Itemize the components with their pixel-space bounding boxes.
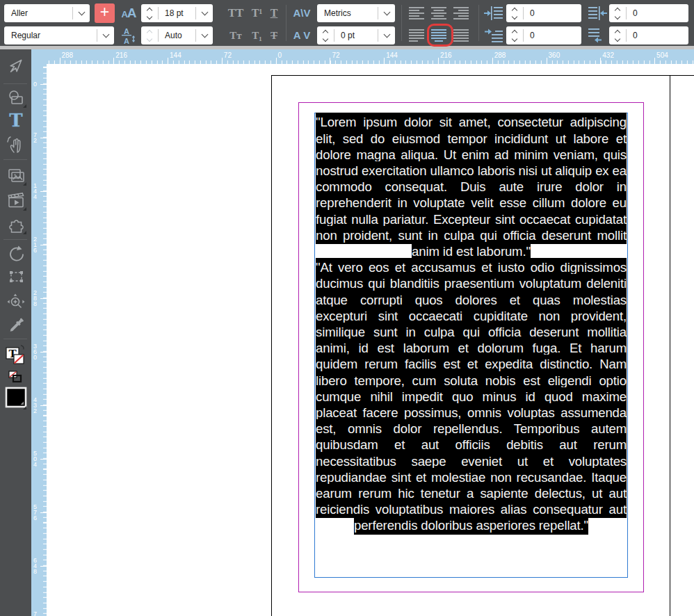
ruler-label: 4 3 2 [33,397,37,414]
tracking-stepper[interactable]: 0 pt [317,26,395,44]
ruler-major-tick [492,58,493,64]
horizontal-ruler[interactable]: 28821614472072144216288360432504 [31,49,694,64]
ruler-ticks [47,60,694,64]
chevron-down-icon[interactable] [195,29,213,42]
ruler-label: 2 8 8 [33,290,37,307]
paragraph[interactable]: "At vero eos et accusamus et iusto odio … [316,259,627,533]
right-indent-value: 0 [627,8,688,18]
ruler-label: 5 7 6 [33,504,37,521]
selected-text[interactable]: "At vero eos et accusamus et iusto odio … [316,258,627,534]
ruler-label: 216 [115,51,127,59]
underline-button[interactable]: T [266,4,282,22]
align-right-button[interactable] [452,4,471,22]
add-font-button[interactable]: + [95,3,115,23]
vertical-ruler[interactable]: 07 21 4 42 1 62 8 83 6 04 3 25 0 45 7 66… [31,49,47,616]
stepper-arrows-icon[interactable] [506,7,524,19]
frame-text[interactable]: "Lorem ipsum dolor sit amet, consectetur… [316,114,627,533]
stepper-arrows-icon[interactable] [609,7,627,19]
palette-separator [3,159,27,160]
publishing-app-window: { "toolbar": { "font_family": "Aller", "… [0,0,694,616]
justify-last-left-button[interactable] [407,26,427,44]
font-style-select[interactable]: Regular [4,26,114,44]
superscript-button[interactable]: T¹ [248,4,266,22]
first-line-indent-stepper[interactable]: 0 [506,26,581,44]
left-indent-stepper[interactable]: 0 [506,4,581,22]
media-tool-button[interactable] [0,190,31,212]
select-tool-button[interactable] [0,55,31,77]
plugin-tool-button[interactable] [0,213,31,236]
document-canvas[interactable]: "Lorem ipsum dolor sit amet, consectetur… [47,64,694,616]
ruler-major-tick [40,298,47,299]
paragraph[interactable]: "Lorem ipsum dolor sit amet, consectetur… [316,114,627,259]
stepper-arrows-icon[interactable] [506,29,524,42]
kerning-mode-value: Metrics [317,8,378,18]
ruler-major-tick [40,512,47,513]
tracking-icon: A V [289,26,314,44]
ruler-label: 7 2 [33,132,37,143]
chevron-down-icon[interactable] [195,7,213,19]
ruler-major-tick [113,58,114,64]
strikethrough-button[interactable]: T [266,26,282,44]
shape-tool-button[interactable] [0,87,31,109]
toolbar-separator [286,5,287,41]
ruler-label: 6 4 8 [33,558,37,574]
eyedropper-tool-button[interactable] [0,315,31,337]
ruler-label: 360 [549,51,560,59]
text-color-indicator[interactable]: T [0,344,31,366]
font-family-select[interactable]: Aller [4,4,90,22]
ruler-major-tick [40,191,47,192]
ruler-major-tick [438,58,439,64]
toolbar-separator [401,5,402,41]
ruler-major-tick [654,58,655,64]
last-line-indent-icon [588,27,607,44]
ruler-major-tick [600,58,601,64]
transform-tool-button[interactable] [0,265,31,287]
clapperboard-icon [6,191,26,211]
svg-text:T: T [9,110,23,131]
ruler-label: 72 [332,51,339,59]
hand-tool-button[interactable] [0,133,31,155]
ruler-major-tick [40,459,47,460]
chevron-down-icon[interactable] [378,29,395,42]
tracking-value: 0 pt [334,31,378,40]
active-alignment-annotation-ring [427,24,453,47]
transform-marquee-icon [6,266,26,286]
leading-stepper[interactable]: Auto [141,26,213,44]
right-indent-stepper[interactable]: 0 [609,4,688,22]
text-frame[interactable]: "Lorem ipsum dolor sit amet, consectetur… [314,113,628,578]
text-format-toolbar: Aller Regular + AA AA 18 pt Auto TT T¹ T… [0,0,694,46]
left-indent-icon [484,5,503,22]
text-tool-icon: T [6,110,26,131]
subscript-button[interactable]: T₁ [248,26,266,44]
text-tool-button-active[interactable]: T [0,109,31,131]
ruler-major-tick [40,566,47,567]
ruler-major-tick [168,58,168,64]
image-tool-button[interactable] [0,165,31,187]
default-colors-icon [7,369,25,386]
align-left-button[interactable] [407,4,427,22]
rotate-tool-button[interactable] [0,243,31,265]
last-line-indent-stepper[interactable]: 0 [609,26,688,44]
kerning-mode-select[interactable]: Metrics [317,4,395,22]
svg-text:A: A [124,27,129,35]
ruler-label: 144 [386,51,398,59]
right-indent-icon [588,5,607,22]
fill-color-swatch[interactable] [0,384,31,411]
stepper-arrows-icon[interactable] [317,29,334,42]
justify-all-button[interactable] [452,26,471,44]
zoom-tool-button[interactable] [0,291,31,314]
ruler-ticks [43,64,47,616]
selected-text[interactable]: "Lorem ipsum dolor sit amet, consectetur… [316,113,627,260]
all-caps-button[interactable]: TT [224,4,248,22]
page-right[interactable] [670,75,694,616]
font-size-stepper[interactable]: 18 pt [141,4,213,22]
align-center-button[interactable] [430,4,449,22]
kerning-icon: A\V [289,4,314,22]
chevron-down-icon [378,7,395,19]
stepper-arrows-icon[interactable] [141,7,159,19]
first-line-indent-icon [484,27,503,44]
stepper-arrows-icon[interactable] [609,29,627,42]
svg-text:A: A [124,37,129,44]
small-caps-button[interactable]: Tᴛ [224,26,248,44]
ruler-major-tick [384,58,385,64]
